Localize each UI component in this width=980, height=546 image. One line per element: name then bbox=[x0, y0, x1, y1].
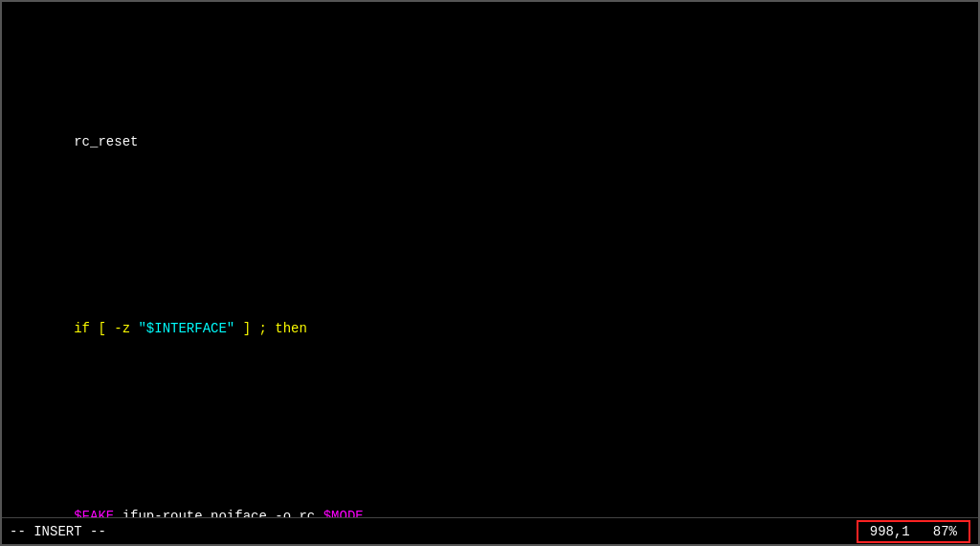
vim-mode: -- INSERT -- bbox=[10, 524, 106, 539]
scroll-percent: 87% bbox=[933, 524, 957, 539]
cursor-position: 998,1 bbox=[870, 524, 910, 539]
code-line: rc_reset bbox=[10, 91, 970, 194]
status-bar: -- INSERT -- 998,1 87% bbox=[2, 517, 978, 544]
status-position-box: 998,1 87% bbox=[857, 520, 970, 543]
code-line: if [ -z "$INTERFACE" ] ; then bbox=[10, 278, 970, 381]
code-content: rc_reset if [ -z "$INTERFACE" ] ; then $… bbox=[2, 6, 978, 546]
vim-editor: rc_reset if [ -z "$INTERFACE" ] ; then $… bbox=[0, 0, 980, 546]
